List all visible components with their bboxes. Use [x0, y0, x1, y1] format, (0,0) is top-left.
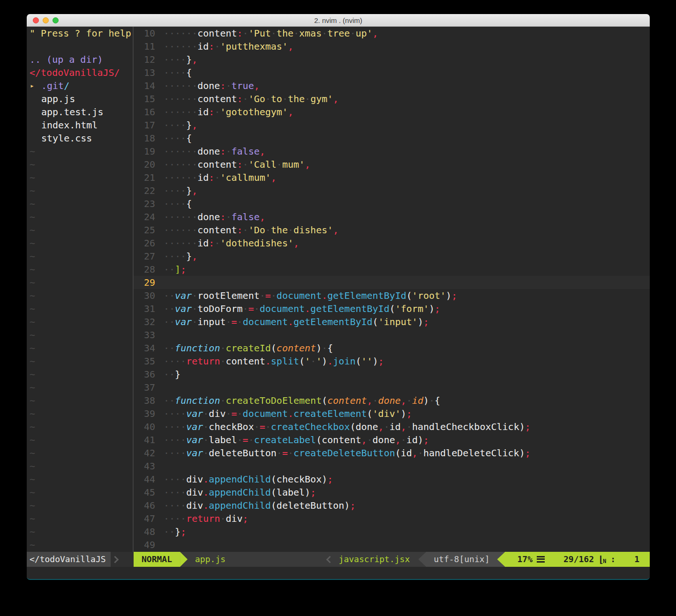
cursor-position: 29/162 — [563, 552, 594, 567]
code-line[interactable]: 17····}, — [134, 119, 650, 132]
code-line[interactable]: 49 — [134, 538, 650, 551]
code-line[interactable]: 46····div.appendChild(deleteButton); — [134, 499, 650, 512]
directory-name: .git — [41, 80, 64, 91]
code-line[interactable]: 24······done:·false, — [134, 210, 650, 223]
blank-line — [27, 40, 133, 53]
empty-line-tilde: ~ — [27, 171, 133, 184]
empty-line-tilde: ~ — [27, 512, 133, 525]
code-line[interactable]: 13····{ — [134, 66, 650, 79]
code-line[interactable]: 27····}, — [134, 250, 650, 263]
code-line[interactable]: 11······id:·'putthexmas', — [134, 40, 650, 53]
statusline-filename: app.js — [188, 552, 233, 567]
code-line[interactable]: 43 — [134, 460, 650, 473]
line-number: 18 — [134, 132, 155, 145]
nerdtree-root-path: </todoVanillaJS/ — [27, 66, 133, 79]
code-line[interactable]: 34··function·createId(content)·{ — [134, 341, 650, 355]
mode-indicator: NORMAL — [134, 552, 180, 567]
line-text: ····div.appendChild(checkBox); — [155, 473, 333, 486]
line-text: ··function·createToDoElement(content,·do… — [155, 394, 440, 407]
line-text: ····var·checkBox·=·createCheckbox(done,·… — [155, 420, 531, 433]
code-line[interactable]: 12····}, — [134, 53, 650, 66]
code-line[interactable]: 28··]; — [134, 263, 650, 276]
tree-item-directory[interactable]: ▸.git/ — [27, 79, 133, 92]
line-text — [155, 460, 164, 473]
empty-line-tilde: ~ — [27, 420, 133, 433]
empty-line-tilde: ~ — [27, 394, 133, 407]
line-number: 33 — [134, 328, 155, 341]
line-number: 11 — [134, 40, 155, 53]
code-line[interactable]: 14······done:·true, — [134, 79, 650, 92]
line-text: ····}, — [155, 53, 197, 66]
line-text: ······done:·true, — [155, 79, 260, 92]
line-text: ··}; — [155, 525, 186, 538]
code-line[interactable]: 48··}; — [134, 525, 650, 538]
code-line[interactable]: 40····var·checkBox·=·createCheckbox(done… — [134, 420, 650, 433]
code-line[interactable]: 19······done:·false, — [134, 145, 650, 158]
code-buffer: 10······content:·'Put·the·xmas·tree·up',… — [134, 27, 650, 552]
line-text: ······content:·'Put·the·xmas·tree·up', — [155, 27, 378, 40]
line-number: 29 — [134, 276, 155, 289]
code-line[interactable]: 23····{ — [134, 197, 650, 210]
line-number: 39 — [134, 407, 155, 420]
powerline-arrow-icon — [497, 552, 505, 567]
code-line[interactable]: 41····var·label·=·createLabel(content,·d… — [134, 433, 650, 446]
line-number: 19 — [134, 145, 155, 158]
code-line[interactable]: 16······id:·'gotothegym', — [134, 105, 650, 119]
statusline-filetype: javascript.jsx — [339, 552, 419, 567]
command-line[interactable] — [27, 567, 650, 580]
code-line[interactable]: 35····return·content.split('·').join('')… — [134, 355, 650, 368]
tree-item-file[interactable]: app.js — [27, 92, 133, 105]
code-line[interactable]: 21······id:·'callmum', — [134, 171, 650, 184]
nerdtree-up-dir[interactable]: .. (up a dir) — [27, 53, 133, 66]
code-line[interactable]: 42····var·deleteButton·=·createDeleteBut… — [134, 446, 650, 460]
line-text: ····div.appendChild(deleteButton); — [155, 499, 355, 512]
line-number: 20 — [134, 158, 155, 171]
line-text: ····var·div·=·document.createElement('di… — [155, 407, 412, 420]
tree-item-file[interactable]: style.css — [27, 132, 133, 145]
code-line[interactable]: 25······content:·'Do·the·dishes', — [134, 223, 650, 237]
empty-line-tilde: ~ — [27, 145, 133, 158]
code-line[interactable]: 20······content:·'Call·mum', — [134, 158, 650, 171]
line-number: 14 — [134, 79, 155, 92]
line-text: ······done:·false, — [155, 145, 265, 158]
line-number: 45 — [134, 486, 155, 499]
line-text: ······id:·'dothedishes', — [155, 237, 299, 250]
code-line[interactable]: 45····div.appendChild(label); — [134, 486, 650, 499]
line-text: ····}, — [155, 250, 197, 263]
file-name: app.test.js — [41, 106, 103, 118]
expand-arrow-icon[interactable]: ▸ — [30, 79, 34, 92]
code-line[interactable]: 47····return·div; — [134, 512, 650, 525]
line-text: ······id:·'callmum', — [155, 171, 277, 184]
code-line[interactable]: 10······content:·'Put·the·xmas·tree·up', — [134, 27, 650, 40]
line-number: 35 — [134, 355, 155, 368]
tree-item-file[interactable]: app.test.js — [27, 105, 133, 119]
code-line[interactable]: 33 — [134, 328, 650, 341]
code-line[interactable]: 31··var·toDoForm·=·document.getElementBy… — [134, 302, 650, 315]
code-line[interactable]: 44····div.appendChild(checkBox); — [134, 473, 650, 486]
line-text — [155, 276, 164, 289]
code-line[interactable]: 30··var·rootElement·=·document.getElemen… — [134, 289, 650, 302]
empty-line-tilde: ~ — [27, 197, 133, 210]
code-line[interactable]: 18····{ — [134, 132, 650, 145]
line-number: 21 — [134, 171, 155, 184]
empty-line-tilde: ~ — [27, 250, 133, 263]
line-text: ····var·deleteButton·=·createDeleteButto… — [155, 446, 531, 460]
statusline: </todoVanillaJS NORMAL app.js javascript… — [27, 552, 650, 567]
line-text: ······content:·'Do·the·dishes', — [155, 223, 338, 237]
line-number: 16 — [134, 105, 155, 119]
empty-line-tilde: ~ — [27, 460, 133, 473]
code-line[interactable]: 26······id:·'dothedishes', — [134, 237, 650, 250]
code-line[interactable]: 22····}, — [134, 184, 650, 197]
line-number: 23 — [134, 197, 155, 210]
code-line[interactable]: 38··function·createToDoElement(content,·… — [134, 394, 650, 407]
code-line[interactable]: 32··var·input·=·document.getElementById(… — [134, 315, 650, 328]
line-text: ··var·input·=·document.getElementById('i… — [155, 315, 429, 328]
code-line[interactable]: 39····var·div·=·document.createElement('… — [134, 407, 650, 420]
code-line-cursor[interactable]: 29 — [134, 276, 650, 289]
line-text: ······id:·'gotothegym', — [155, 105, 293, 119]
tree-item-file[interactable]: index.html — [27, 119, 133, 132]
code-line[interactable]: 37 — [134, 381, 650, 394]
code-line[interactable]: 36··} — [134, 368, 650, 381]
code-line[interactable]: 15······content:·'Go·to·the·gym', — [134, 92, 650, 105]
line-number: 49 — [134, 538, 155, 551]
